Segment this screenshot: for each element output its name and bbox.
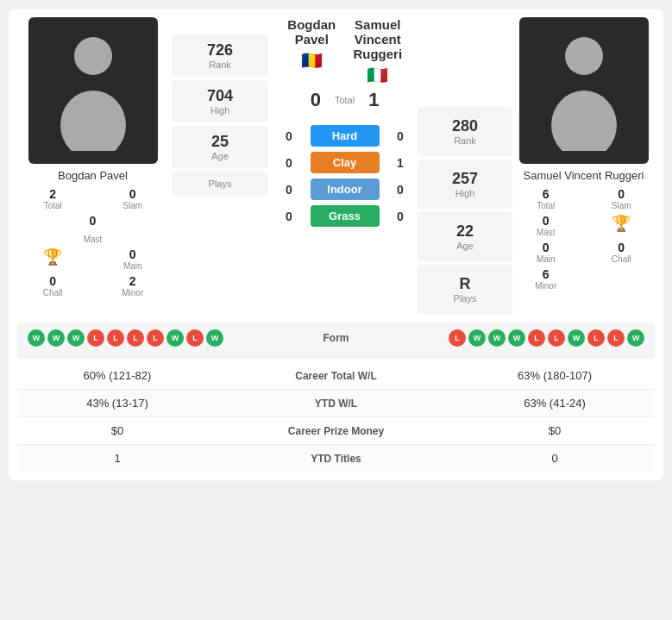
stats-table: 60% (121-82) Career Total W/L 63% (180-1… [17,362,655,472]
prize-row: $0 Career Prize Money $0 [17,417,655,445]
p2-plays-box: R Plays [418,265,512,314]
form-badge-w: W [488,329,506,347]
player2-main: 0 Main [512,241,580,264]
svg-point-3 [551,91,617,151]
form-badge-l: L [449,329,466,347]
form-badge-w: W [627,329,644,347]
match-center: Bogdan Pavel 🇷🇴 Samuel Vincent Ruggeri 🇮… [272,17,418,314]
p2-age-box: 22 Age [418,212,512,261]
p1-rank-box: 726 Rank [172,34,268,77]
p1-name-header: Bogdan Pavel 🇷🇴 [279,17,345,85]
player2-minor: 6 Minor [512,267,580,291]
form-badge-w: W [206,329,223,347]
form-badge-w: W [67,329,85,347]
form-badge-w: W [568,329,585,347]
svg-point-2 [565,37,603,75]
total-score-row: 0 Total 1 [311,89,380,111]
player1-total: 2 Total [17,187,89,210]
form-badge-w: W [508,329,525,347]
player1-stats: 2 Total 0 Slam 0 Mast 🏆 0 Main [17,187,168,297]
svg-point-1 [60,91,126,151]
p1-age-box: 25 Age [172,126,268,168]
player1-trophy-center: 🏆 [17,247,89,271]
player2-avatar [519,17,649,164]
form-badge-l: L [87,329,104,347]
p1-plays-box: Plays [172,172,268,196]
player2-form: LWWWLLWLLW [449,329,644,347]
p2-flag: 🇮🇹 [345,65,411,85]
player2-panel: Samuel Vincent Ruggeri 6 Total 0 Slam 0 … [512,17,655,314]
p2-rank-box: 280 Rank [418,107,512,156]
p1-flag: 🇷🇴 [279,50,345,71]
player2-mast: 0 Mast [512,214,580,237]
player1-main: 0 Main [97,247,169,271]
form-badge-l: L [107,329,124,347]
p2-name-header: Samuel Vincent Ruggeri 🇮🇹 [345,17,411,85]
form-badge-w: W [166,329,184,347]
grass-button[interactable]: Grass [311,205,380,227]
player2-total: 6 Total [512,187,580,210]
player2-chall: 0 Chall [588,241,656,264]
surface-indoor-row: 0 Indoor 0 [279,178,411,200]
player1-form: WWWLLLLWLW [28,329,223,347]
player2-slam: 0 Slam [588,187,656,210]
players-section: Bogdan Pavel 2 Total 0 Slam 0 Mast 🏆 [17,17,655,314]
surface-clay-row: 0 Clay 1 [279,152,411,173]
names-row: Bogdan Pavel 🇷🇴 Samuel Vincent Ruggeri 🇮… [279,17,411,85]
form-badge-l: L [587,329,605,347]
right-stats-p2: 280 Rank 257 High 22 Age R Plays [418,17,512,314]
trophy2-icon: 🏆 [612,214,631,233]
surface-grass-row: 0 Grass 0 [279,205,411,227]
form-badge-l: L [548,329,565,347]
player2-name: Samuel Vincent Ruggeri [524,169,644,182]
player1-avatar [28,17,158,164]
career-wl-row: 60% (121-82) Career Total W/L 63% (180-1… [17,362,655,390]
player2-stats: 6 Total 0 Slam 0 Mast 🏆 0 Main [512,187,655,291]
hard-button[interactable]: Hard [311,125,380,147]
svg-point-0 [74,37,112,75]
ytd-wl-row: 43% (13-17) YTD W/L 63% (41-24) [17,390,655,417]
form-section: WWWLLLLWLW Form LWWWLLWLLW [17,323,655,359]
clay-button[interactable]: Clay [311,152,380,173]
indoor-button[interactable]: Indoor [311,178,380,200]
surface-rows: 0 Hard 0 0 Clay 1 0 Indoor 0 0 Grass [279,125,411,232]
p1-high-box: 704 High [172,80,268,122]
form-badge-l: L [127,329,144,347]
player2-trophy-center: 🏆 [588,214,656,237]
player1-name: Bogdan Pavel [58,169,128,182]
player1-chall: 0 Chall [17,274,89,297]
form-badge-l: L [528,329,545,347]
form-badge-l: L [607,329,625,347]
player1-slam: 0 Slam [97,187,169,210]
form-row: WWWLLLLWLW Form LWWWLLWLLW [28,329,644,347]
form-badge-w: W [468,329,486,347]
form-badge-l: L [147,329,164,347]
player1-mast-trophy: 0 Mast [17,214,168,244]
form-badge-w: W [47,329,65,347]
ytd-titles-row: 1 YTD Titles 0 [17,445,655,472]
p2-high-box: 257 High [418,160,512,209]
player1-panel: Bogdan Pavel 2 Total 0 Slam 0 Mast 🏆 [17,17,168,314]
main-card: Bogdan Pavel 2 Total 0 Slam 0 Mast 🏆 [9,9,663,480]
center-stats-p1: 726 Rank 704 High 25 Age Plays [168,17,272,314]
player1-minor: 2 Minor [97,274,169,297]
trophy1-icon: 🏆 [43,247,62,266]
surface-hard-row: 0 Hard 0 [279,125,411,147]
form-badge-l: L [186,329,204,347]
form-label: Form [223,332,449,344]
form-badge-w: W [28,329,45,347]
